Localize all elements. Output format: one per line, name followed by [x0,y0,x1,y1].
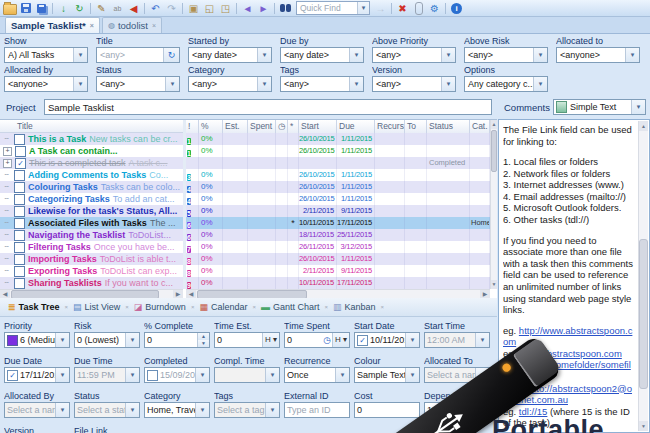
view-tab-task-tree[interactable]: ≣Task Tree [4,299,63,316]
task-row[interactable]: ╌Navigating the TasklistToDoList... [0,229,183,241]
previous-task-icon[interactable]: ◄ [240,1,255,15]
save-tasklist-icon[interactable] [18,1,33,15]
chevron-down-icon[interactable]: ▾ [405,368,419,382]
maximize-tasklist-icon[interactable]: ▣ [186,1,201,15]
task-row[interactable]: ╌Adding Comments to TasksCo... [0,169,183,181]
unit-selector[interactable]: H ▾ [332,333,349,347]
chevron-down-icon[interactable]: ▾ [195,368,209,382]
chevron-down-icon[interactable]: ▾ [335,368,349,382]
external-id-field[interactable]: Type an ID [284,402,350,418]
compl-time-field[interactable]: ▾ [214,367,280,383]
allocated-to-field[interactable]: Select a name▾ [424,367,490,383]
task-checkbox[interactable] [14,134,25,145]
close-tab-icon[interactable]: × [152,22,156,29]
comment-link[interactable]: file://C:/somefolder/somefile.txt [503,359,631,382]
column-header-time[interactable]: ◷ [276,120,288,133]
view-tab-burndown[interactable]: ◪Burndown [130,299,190,316]
comment-link[interactable]: http://www.abstractspoon.com [503,325,632,348]
chevron-down-icon[interactable]: ▾ [55,368,69,382]
spin-up-icon[interactable]: ▲ [198,333,209,340]
task-row[interactable]: ╌Filtering TasksOnce you have be... [0,241,183,253]
task-checkbox[interactable]: ✓ [15,158,26,169]
chevron-down-icon[interactable]: ▾ [475,333,489,347]
preferences-icon[interactable]: ⚙ [427,1,442,15]
comment-link[interactable]: mailto://abstractspoon2@optusnet.com.au [503,383,632,406]
status-field[interactable]: Select a status▾ [74,402,140,418]
delete-task-icon[interactable]: ✖ [395,1,410,15]
spin-down-icon[interactable]: ▼ [198,340,209,347]
speaker-icon[interactable]: ◀ [126,1,141,15]
colour-field[interactable]: Sample Text▾ [354,367,420,383]
task-checkbox[interactable] [15,146,26,157]
column-header-recurs[interactable]: Recurs [375,120,405,133]
risk-field[interactable]: 0 (Lowest)▾ [74,332,140,348]
refresh-icon[interactable]: ↻ [163,48,179,62]
task-row[interactable]: ╌Likewise for the task's Status, All... [0,205,183,217]
chevron-down-icon[interactable]: ▾ [195,403,209,417]
column-header-percent[interactable]: % [199,120,223,133]
task-row[interactable]: +A Task can contain... [0,145,183,157]
column-header-title[interactable]: Title [0,120,183,133]
due-time-field[interactable]: 11:59 PM▾ [74,367,140,383]
chevron-down-icon[interactable]: ▾ [55,403,69,417]
task-row[interactable]: ╌Sharing TasklistsIf you want to c... [0,277,183,289]
quick-find-input[interactable]: Quick Find▾ [296,1,370,15]
comments-text[interactable]: The File Link field can be used for link… [503,124,636,430]
maximize-comments-icon[interactable]: ◱ [202,1,217,15]
complete-field[interactable]: 0▲▼ [144,332,210,348]
column-header-estimate[interactable]: Est. [223,120,248,133]
task-checkbox[interactable] [14,278,25,289]
comments-scrollbar[interactable]: ▲ ▼ [638,121,648,431]
due-date-field[interactable]: ✓17/11/2015▾ [4,367,70,383]
chevron-down-icon[interactable]: ▾ [125,333,139,347]
column-header-priority[interactable]: ! [186,120,199,133]
task-checkbox[interactable] [14,266,25,277]
task-checkbox[interactable] [14,194,25,205]
task-row-columns[interactable]: 80%26/10/20151/11/2015 [186,253,490,265]
filter-allocated-to-select[interactable]: <anyone>▾ [556,47,640,63]
project-name-input[interactable] [44,99,492,115]
expand-icon[interactable]: + [3,159,12,168]
vertical-scrollbar[interactable]: ▲ ▼ [490,120,497,289]
task-row-columns[interactable]: 10%26/10/20151/11/2015 [186,145,490,157]
expand-icon[interactable]: + [3,147,12,156]
quick-find-next-icon[interactable]: → [373,1,388,15]
find-tasks-icon[interactable] [278,1,293,15]
filter-started-by-select[interactable]: <any date>▾ [188,47,272,63]
dependency-field[interactable]: 16 [424,402,490,418]
column-header-due[interactable]: Due [337,120,375,133]
help-icon[interactable]: i [449,1,464,15]
scroll-down-icon[interactable]: ▼ [491,280,497,289]
view-tab-list-view[interactable]: ▤List View [69,299,124,316]
task-row[interactable]: ╌Associated Files with TasksThe ... [0,217,183,229]
task-row-columns[interactable]: 30%26/10/20151/11/2015 [186,169,490,181]
unit-selector[interactable]: H ▾ [262,333,279,347]
date-checkbox[interactable]: ✓ [7,370,18,381]
completed-field[interactable]: 15/09/2016▾ [144,367,210,383]
date-checkbox[interactable] [147,370,158,381]
chevron-down-icon[interactable]: ▾ [125,403,139,417]
column-header-start[interactable]: Start [299,120,337,133]
category-field[interactable]: Home, Travel▾ [144,402,210,418]
task-checkbox[interactable] [14,170,25,181]
chevron-down-icon[interactable]: ▾ [405,333,419,347]
task-row[interactable]: ╌Categorizing TasksTo add an cat... [0,193,183,205]
task-row-columns[interactable]: Completed [186,157,490,169]
column-header-flag[interactable]: * [288,120,299,133]
filter-status-select[interactable]: <any>▾ [96,76,180,92]
spellcheck-icon[interactable]: ab [110,1,125,15]
chevron-down-icon[interactable]: ▾ [357,2,369,14]
date-checkbox[interactable]: ✓ [357,335,368,346]
chevron-down-icon[interactable]: ▾ [55,333,69,347]
start-time-field[interactable]: 12:00 AM▾ [424,332,490,348]
task-row[interactable]: ╌Colouring TasksTasks can be colo... [0,181,183,193]
filter-category-select[interactable]: <any>▾ [188,76,272,92]
task-row-columns[interactable]: 60%18/11/201525/11/2015 [186,229,490,241]
restore-layout-icon[interactable]: ◳ [218,1,233,15]
task-checkbox[interactable] [14,254,25,265]
task-row-columns[interactable]: 60%*10/11/201517/11/2015Home,... [186,217,490,229]
tasklist-tab-sample-tasklist[interactable]: Sample Tasklist*× [5,17,100,33]
task-checkbox[interactable] [14,242,25,253]
save-all-icon[interactable] [34,1,49,15]
task-row[interactable]: +✓This is a completed taskA task c... [0,157,183,169]
